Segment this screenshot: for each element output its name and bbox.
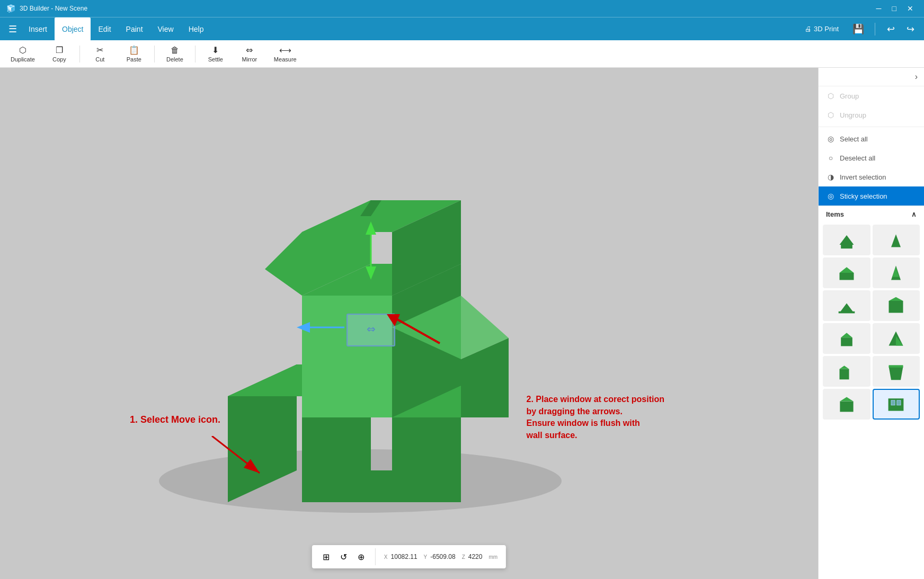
item-cell-2[interactable] [873,225,920,255]
svg-marker-17 [392,470,461,502]
svg-text:⇔: ⇔ [367,323,376,335]
toolbar-separator [875,23,875,35]
settle-button[interactable]: ⬇ Settle [200,42,232,66]
svg-rect-38 [838,311,855,314]
minimize-button[interactable]: ─ [872,2,886,15]
svg-rect-52 [891,400,895,405]
menu-object[interactable]: Object [55,17,91,41]
invert-selection-icon: ◑ [826,173,836,181]
3dprint-icon: 🖨 [805,25,812,33]
svg-rect-45 [839,369,849,380]
arrow-1 [207,436,270,478]
item-cell-7[interactable] [823,323,870,354]
item-cell-10[interactable] [873,356,920,387]
menu-bar: ☰ Insert Object Edit Paint View Help 🖨 3… [0,17,924,40]
ungroup-icon: ⬡ [826,111,836,119]
undo-button[interactable]: ↩ [882,20,900,38]
svg-rect-33 [839,273,854,280]
svg-rect-53 [897,400,901,405]
y-coordinate: Y -6509.08 [424,553,456,560]
unit-label: mm [488,554,497,560]
panel-divider-1 [819,127,924,127]
svg-line-29 [212,436,260,473]
svg-rect-48 [889,365,903,368]
item-cell-12[interactable] [873,389,920,420]
ungroup-button[interactable]: ⬡ Ungroup [819,105,924,124]
menu-help[interactable]: Help [181,17,211,41]
viewport[interactable]: ⇔ 1. Select Move icon. [0,68,818,579]
3dprint-button[interactable]: 🖨 3D Print [799,22,844,36]
save-icon[interactable]: 💾 [848,21,868,37]
toolbar-sep-3 [195,46,196,63]
svg-rect-39 [889,301,903,313]
select-all-icon: ◎ [826,135,836,143]
item-cell-8[interactable] [873,323,920,354]
cut-button[interactable]: ✂ Cut [84,42,116,66]
svg-marker-47 [889,367,903,380]
deselect-all-icon: ○ [826,154,836,162]
annotation-step1: 1. Select Move icon. [130,414,220,425]
item-cell-1[interactable] [823,225,870,255]
reset-button[interactable]: ↺ [338,551,349,563]
menu-view[interactable]: View [150,17,181,41]
main-layout: ⇔ 1. Select Move icon. [0,68,924,579]
item-cell-9[interactable] [823,356,870,387]
redo-button[interactable]: ↪ [901,20,920,38]
svg-marker-40 [889,297,903,301]
paste-button[interactable]: 📋 Paste [118,42,150,66]
item-cell-4[interactable] [873,257,920,288]
copy-icon: ❐ [56,45,63,55]
svg-rect-51 [889,398,904,411]
mirror-button[interactable]: ⇔ Mirror [234,42,265,66]
svg-marker-36 [893,267,900,277]
svg-marker-34 [839,267,854,273]
item-cell-6[interactable] [873,290,920,321]
svg-rect-49 [840,402,853,412]
duplicate-button[interactable]: ⬡ Duplicate [4,42,41,66]
delete-icon: 🗑 [171,46,179,55]
right-panel: › ⬡ Group ⬡ Ungroup ◎ Select all ○ Desel… [818,68,924,579]
deselect-all-button[interactable]: ○ Deselect all [819,148,924,167]
svg-marker-50 [840,397,853,402]
item-cell-11[interactable] [823,389,870,420]
hamburger-icon[interactable]: ☰ [4,19,21,39]
duplicate-icon: ⬡ [19,45,26,55]
settle-icon: ⬇ [212,45,219,55]
cut-icon: ✂ [96,45,103,55]
paste-icon: 📋 [129,45,139,55]
menu-paint[interactable]: Paint [119,17,150,41]
select-all-button[interactable]: ◎ Select all [819,129,924,148]
invert-selection-button[interactable]: ◑ Invert selection [819,167,924,186]
svg-rect-31 [841,245,852,248]
svg-marker-12 [392,417,461,470]
menu-edit[interactable]: Edit [91,17,118,41]
item-cell-3[interactable] [823,257,870,288]
title-bar: 🧊 3D Builder - New Scene ─ □ ✕ [0,0,924,17]
group-button[interactable]: ⬡ Group [819,86,924,105]
sticky-selection-button[interactable]: ◎ Sticky selection [819,186,924,206]
group-icon: ⬡ [826,92,836,100]
app-title: 3D Builder - New Scene [20,5,87,12]
status-bar: ⊞ ↺ ⊕ X 10082.11 Y -6509.08 Z 4220 mm [312,545,506,568]
item-cell-5[interactable] [823,290,870,321]
annotation-step2: 2. Place window at corect position by dr… [527,394,665,441]
measure-button[interactable]: ⟷ Measure [268,42,303,66]
svg-marker-46 [839,366,849,369]
app-logo-icon: 🧊 [6,4,15,13]
mirror-icon: ⇔ [246,45,253,55]
svg-marker-42 [841,333,852,337]
items-collapse-icon[interactable]: ∧ [911,210,917,218]
3d-scene: ⇔ [0,68,818,579]
panel-toggle-button[interactable]: › [819,68,924,86]
toolbar: ⬡ Duplicate ❐ Copy ✂ Cut 📋 Paste 🗑 Delet… [0,40,924,68]
delete-button[interactable]: 🗑 Delete [159,42,191,66]
svg-marker-30 [839,235,854,245]
maximize-button[interactable]: □ [888,2,901,15]
svg-marker-32 [891,234,901,247]
move-mode-button[interactable]: ⊞ [321,551,332,563]
items-grid [819,222,924,422]
menu-insert[interactable]: Insert [21,17,55,41]
transform-button[interactable]: ⊕ [356,551,367,563]
copy-button[interactable]: ❐ Copy [43,42,75,66]
close-button[interactable]: ✕ [903,2,918,15]
